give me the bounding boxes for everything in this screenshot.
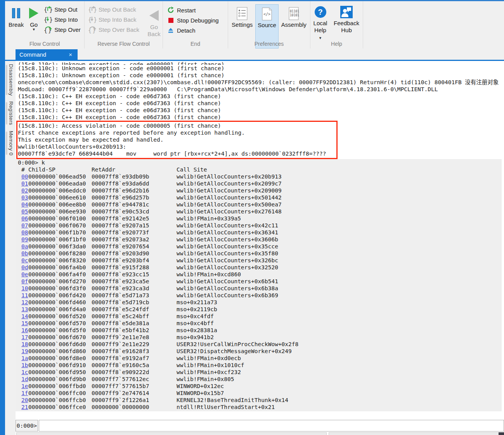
group-label-preferences: Preferences	[228, 41, 310, 47]
command-output-pane[interactable]: (15c8.110c): Unknown exception - code e0…	[16, 61, 504, 420]
svg-text:{: {	[44, 6, 47, 13]
frame-number-link[interactable]: 00	[21, 173, 28, 180]
step-into-back-button[interactable]: {} Step Into Back	[88, 14, 139, 24]
frame-number-link[interactable]: 14	[21, 313, 28, 320]
frame-number-link[interactable]: 19	[21, 348, 28, 355]
frame-number-link[interactable]: 0e	[21, 271, 28, 278]
frame-number-link[interactable]: 0f	[21, 278, 28, 285]
k-command-block: 0:000> k#Child-SPRetAddrCall Site0000000…	[16, 159, 502, 411]
frame-number-link[interactable]: 1a	[21, 355, 28, 362]
frame-number-link[interactable]: 20	[21, 397, 28, 404]
group-label-reverse-flow: Reverse Flow Control	[85, 41, 163, 47]
frame-number-link[interactable]: 08	[21, 229, 28, 236]
resize-grip[interactable]	[499, 432, 504, 435]
stack-frame-row: 0b00000000`006f828000007ff8`e9203d90wwli…	[18, 250, 502, 257]
frame-number-link[interactable]: 16	[21, 327, 28, 334]
stack-frame-row: 1a00000000`006fd8e000007ff8`e9192af7wwli…	[18, 355, 502, 362]
svg-text:}: }	[94, 16, 97, 23]
play-icon	[29, 5, 38, 21]
frame-number-link[interactable]: 10	[21, 285, 28, 292]
restart-button[interactable]: Restart	[167, 5, 228, 15]
source-location-link[interactable]: onecore\com\combase\dcomrem\stdid.cxx(23…	[18, 79, 265, 85]
window-accent-strip	[0, 0, 5, 435]
frame-number-link[interactable]: 21	[21, 404, 28, 411]
assembly-icon: 0110110101	[288, 6, 300, 21]
stack-frame-row: 1800000000`006fd6d000007ff9`2e11e229USER…	[18, 341, 502, 348]
svg-text:</>: </>	[263, 12, 270, 16]
console-line: 00007ff8`e93dcfe7 6689444b04 mov word pt…	[18, 150, 336, 157]
frame-number-link[interactable]: 04	[21, 201, 28, 208]
frame-number-link[interactable]: 1b	[21, 362, 28, 369]
frame-number-link[interactable]: 1d	[21, 376, 28, 383]
stack-frame-row: 1000000000`006fd3f000007ff8`e923ca3dwwli…	[18, 285, 502, 292]
console-line: (15c8.110c): Unknown exception - code e0…	[18, 61, 504, 65]
group-reverse-flow-control: {} Step Out Back {} Step Into Back {} St…	[85, 1, 163, 49]
step-out-icon: {}	[43, 5, 53, 13]
frame-number-link[interactable]: 0a	[21, 243, 28, 250]
frame-number-link[interactable]: 02	[21, 187, 28, 194]
tab-grip	[6, 132, 7, 155]
frame-number-link[interactable]: 12	[21, 299, 28, 306]
tab-command[interactable]: Command ×	[16, 49, 78, 60]
stack-header-row: #Child-SPRetAddrCall Site	[18, 166, 502, 173]
stack-frame-row: 0300000000`006ee61000007ff8`e96d257bwwli…	[18, 194, 502, 201]
step-into-button[interactable]: {} Step Into	[43, 14, 81, 24]
svg-text:01101: 01101	[290, 10, 299, 13]
bottom-panel-left	[16, 432, 327, 435]
console-line: (15c8.110c): Access violation - code c00…	[18, 122, 336, 129]
svg-text:{: {	[88, 27, 92, 33]
step-over-button[interactable]: {} Step Over	[43, 24, 81, 35]
sidebar-tab-disassembly[interactable]: Disassembly	[5, 64, 16, 96]
step-over-back-button[interactable]: {} Step Over Back	[88, 24, 139, 35]
step-out-back-icon: {}	[88, 5, 97, 13]
dock-tab-bar: Command ×	[5, 49, 504, 61]
stop-debugging-button[interactable]: Stop Debugging	[167, 15, 228, 25]
break-label: Break	[9, 21, 24, 28]
frame-number-link[interactable]: 1c	[21, 369, 28, 376]
frame-number-link[interactable]: 01	[21, 180, 28, 187]
chevron-down-icon: ▼	[319, 36, 322, 40]
detach-button[interactable]: Detach	[167, 25, 228, 35]
frame-number-link[interactable]: 05	[21, 208, 28, 215]
group-label-flow-control: Flow Control	[5, 41, 84, 47]
tab-grip	[6, 65, 7, 95]
console-line: 0:000> k	[18, 159, 502, 166]
frame-number-link[interactable]: 07	[21, 222, 28, 229]
stack-frame-row: 1200000000`006fd46000007ff8`e5d719cbmso+…	[18, 299, 502, 306]
stack-frame-row: 1700000000`006fd67000007ff9`2e11e7e8mso+…	[18, 334, 502, 341]
frame-number-link[interactable]: 0b	[21, 250, 28, 257]
console-line: This exception may be expected and handl…	[18, 136, 336, 143]
stop-icon	[167, 17, 175, 24]
stack-frame-row: 1b00000000`006fd91000007ff8`e9160c5awwli…	[18, 362, 502, 369]
frame-number-link[interactable]: 11	[21, 292, 28, 299]
bottom-panel-right	[329, 432, 504, 435]
stack-frame-row: 2000000000`006ffcb000007ff9`2f1226a1KERN…	[18, 397, 502, 404]
back-icon	[149, 7, 159, 24]
frame-number-link[interactable]: 09	[21, 236, 28, 243]
frame-number-link[interactable]: 0d	[21, 264, 28, 271]
settings-icon	[236, 6, 248, 21]
step-out-back-button[interactable]: {} Step Out Back	[88, 4, 139, 14]
frame-number-link[interactable]: 15	[21, 320, 28, 327]
step-out-button[interactable]: {} Step Out	[43, 4, 81, 14]
frame-number-link[interactable]: 18	[21, 341, 28, 348]
close-icon[interactable]: ×	[67, 51, 74, 58]
stack-frame-row: 1900000000`006fd86000007ff8`e91628f3USER…	[18, 348, 502, 355]
frame-number-link[interactable]: 0c	[21, 257, 28, 264]
ribbon: Break Go ▼ {} Step Out {} Step Into	[5, 1, 504, 49]
frame-number-link[interactable]: 17	[21, 334, 28, 341]
sidebar-tab-memory-0[interactable]: Memory 0	[5, 131, 16, 156]
command-input[interactable]	[39, 420, 504, 432]
help-icon: ?	[315, 5, 326, 19]
frame-number-link[interactable]: 03	[21, 194, 28, 201]
frame-number-link[interactable]: 1e	[21, 383, 28, 390]
frame-number-link[interactable]: 13	[21, 306, 28, 313]
sidebar-tab-registers[interactable]: Registers	[5, 101, 16, 125]
frame-number-link[interactable]: 1f	[21, 390, 28, 397]
console-line: ModLoad: 00007ff9`22870000 00007ff9`229a…	[18, 86, 504, 93]
frame-number-link[interactable]: 06	[21, 215, 28, 222]
eject-icon	[167, 27, 175, 34]
step-over-back-icon: {}	[88, 26, 97, 33]
stack-frame-row: 1f00000000`006ffc0000007ff9`2e747614WINW…	[18, 390, 502, 397]
stack-frame-row: 0800000000`006f1b7000007ff8`e920773fwwli…	[18, 229, 502, 236]
